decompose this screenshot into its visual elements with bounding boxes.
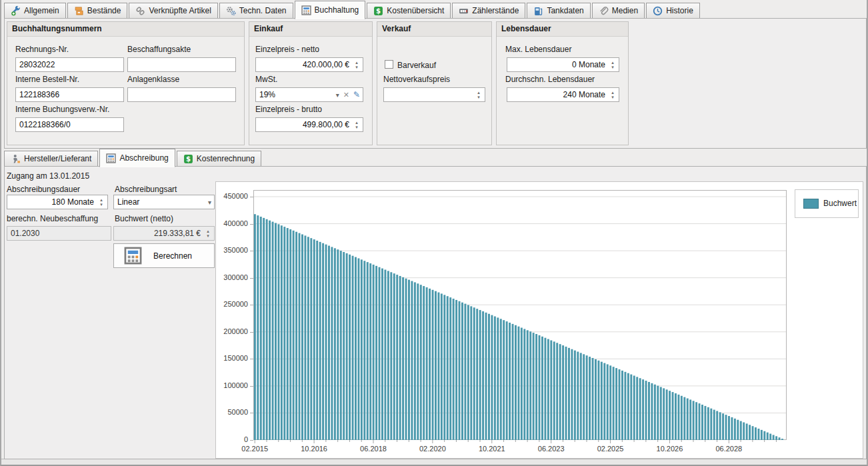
x-axis-label: 10.2016: [293, 445, 335, 453]
spinner-buttons[interactable]: ▴▾: [97, 195, 106, 209]
tab-techn-daten[interactable]: Techn. Daten: [219, 3, 293, 19]
bar-buchwert: [449, 297, 451, 440]
x-axis-label: 02.2015: [233, 445, 276, 453]
interne-buchungsverw-nr-input[interactable]: [16, 118, 123, 131]
barverkauf-checkbox[interactable]: [385, 60, 393, 69]
tab-historie[interactable]: Historie: [646, 3, 700, 19]
bar-buchwert: [485, 313, 487, 440]
bar-buchwert: [553, 341, 555, 440]
bar-buchwert: [367, 262, 369, 440]
abschreibungsart-combobox: ▾: [113, 195, 215, 209]
chart-plot-area: [253, 190, 787, 444]
bar-buchwert: [648, 382, 650, 440]
buchwert-chart: 0500001000001500002000002500003000003500…: [215, 181, 863, 459]
interne-bestell-nr-field: [15, 87, 124, 102]
calculator-icon: [124, 247, 142, 265]
barverkauf-label: Barverkauf: [397, 61, 436, 70]
berechnen-button[interactable]: Berechnen: [113, 243, 215, 268]
bar-buchwert: [731, 417, 733, 440]
interne-bestell-nr-label: Interne Bestell-Nr.: [15, 75, 79, 84]
bar-buchwert: [337, 249, 339, 440]
tab-best-nde[interactable]: Bestände: [67, 3, 128, 19]
durchschn-lebensdauer-input[interactable]: [507, 88, 619, 101]
bar-buchwert: [357, 258, 359, 440]
bar-buchwert: [740, 421, 742, 440]
tab-allgemein[interactable]: Allgemein: [4, 3, 66, 19]
bar-buchwert: [630, 375, 632, 440]
rechnungs-nr-input[interactable]: [16, 58, 123, 71]
clear-icon[interactable]: ✕: [343, 91, 349, 99]
bar-buchwert: [453, 299, 455, 440]
window-bottom-strip: [1, 459, 867, 465]
tab-label: Tankdaten: [547, 6, 583, 15]
bar-buchwert: [781, 439, 783, 440]
abschreibungsdauer-input[interactable]: [7, 195, 107, 209]
bar-buchwert: [384, 270, 386, 441]
x-axis-label: 02.2025: [589, 445, 632, 453]
legend-swatch-buchwert: [803, 199, 819, 209]
spinner-buttons[interactable]: ▴▾: [608, 88, 617, 101]
interne-bestell-nr-input[interactable]: [16, 88, 123, 101]
tab-abschreibung[interactable]: Abschreibung: [99, 149, 175, 167]
tab-hersteller-lieferant[interactable]: Hersteller/Lieferant: [4, 151, 98, 167]
bar-buchwert: [441, 293, 443, 440]
bar-buchwert: [521, 328, 523, 440]
bar-buchwert: [346, 253, 348, 440]
bar-buchwert: [455, 300, 457, 440]
tab-label: Medien: [612, 6, 638, 15]
nettoverkaufspreis-input[interactable]: [384, 88, 485, 101]
edit-pencil-icon[interactable]: ✎: [353, 90, 360, 99]
spinner-buttons[interactable]: ▴▾: [608, 58, 617, 71]
beschaffungsakte-input[interactable]: [128, 58, 235, 71]
dropdown-arrow-icon[interactable]: ▾: [208, 199, 211, 206]
anlagenklasse-input[interactable]: [128, 88, 235, 101]
bar-buchwert: [375, 266, 377, 440]
bar-buchwert: [509, 323, 511, 440]
y-axis-label: 150000: [216, 354, 248, 362]
y-axis-label: 100000: [216, 381, 248, 389]
bar-buchwert: [479, 310, 481, 440]
max-lebensdauer-input[interactable]: [507, 58, 619, 71]
bar-buchwert: [621, 371, 623, 440]
bar-buchwert: [396, 275, 398, 440]
bar-buchwert: [435, 291, 437, 440]
bar-buchwert: [491, 315, 493, 440]
einzelpreis-netto-input[interactable]: [256, 58, 363, 71]
dropdown-arrow-icon[interactable]: ▾: [336, 91, 339, 99]
bar-buchwert: [755, 427, 757, 440]
tab-kosten-bersicht[interactable]: $Kostenübersicht: [367, 3, 451, 19]
tab-buchhaltung[interactable]: Buchhaltung: [295, 1, 366, 19]
einzelpreis-brutto-field: ▴▾: [255, 117, 363, 132]
bar-buchwert: [283, 227, 285, 440]
bar-buchwert: [595, 359, 597, 440]
tab-medien[interactable]: Medien: [592, 3, 645, 19]
y-axis-label: 250000: [216, 300, 248, 308]
buchwert-field: ▴▾: [113, 226, 215, 241]
tab-tankdaten[interactable]: Tankdaten: [527, 3, 590, 19]
abschreibungsart-input[interactable]: [114, 195, 214, 209]
buchwert-label: Buchwert (netto): [115, 214, 173, 223]
bar-buchwert: [761, 430, 763, 440]
tab-kostenrechnung[interactable]: $Kostenrechnung: [177, 151, 261, 167]
y-axis-label: 400000: [216, 219, 248, 227]
spinner-buttons[interactable]: ▴▾: [352, 118, 361, 131]
bar-buchwert: [734, 419, 736, 440]
einzelpreis-brutto-input[interactable]: [256, 118, 363, 131]
rechnungs-nr-field: [15, 57, 124, 72]
bar-buchwert: [408, 280, 410, 440]
einzelpreis-netto-field: ▴▾: [255, 57, 363, 72]
bar-buchwert: [633, 375, 635, 440]
bar-buchwert: [580, 353, 582, 440]
spinner-buttons[interactable]: ▴▾: [474, 88, 483, 101]
bar-buchwert: [681, 396, 683, 440]
bar-buchwert: [515, 325, 517, 440]
bar-buchwert: [369, 263, 371, 440]
tab-verkn-pfte-artikel[interactable]: Verknüpfte Artikel: [129, 3, 217, 19]
spinner-buttons[interactable]: ▴▾: [352, 58, 361, 71]
tab-z-hlerst-nde[interactable]: Zählerstände: [452, 3, 525, 19]
bar-buchwert: [683, 397, 685, 440]
bar-buchwert: [556, 343, 558, 440]
bar-buchwert: [773, 435, 775, 440]
bar-buchwert: [293, 231, 295, 440]
spinner-buttons: ▴▾: [203, 227, 213, 240]
